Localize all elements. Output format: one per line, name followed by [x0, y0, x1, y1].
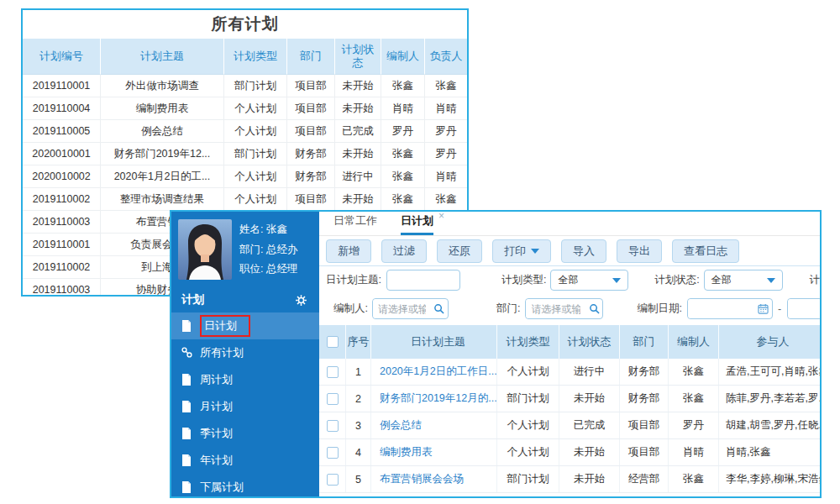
- checkbox-cell: [319, 466, 346, 492]
- column-header-dept: 部门: [620, 325, 669, 359]
- dept-filter-picker[interactable]: [525, 298, 603, 319]
- type-filter-select[interactable]: 全部: [550, 270, 628, 291]
- import-button[interactable]: 导入: [561, 239, 606, 263]
- cell-type: 个人计划: [224, 97, 287, 120]
- cell-status: 已完成: [335, 120, 381, 143]
- file-icon: [181, 428, 192, 439]
- sidebar-section-label: 计划: [181, 292, 204, 307]
- profile-title: 职位: 总经理: [239, 262, 297, 276]
- row-checkbox[interactable]: [327, 393, 339, 405]
- creator-filter-picker[interactable]: [372, 298, 449, 319]
- status-filter-select[interactable]: 全部: [704, 270, 783, 291]
- cell-subject: 外出做市场调查: [101, 75, 224, 97]
- tab-bar: 日常工作 日计划 ×: [319, 212, 820, 236]
- table-row: 2 财务部门2019年12月的... 部门计划 未开始 财务部 张鑫 陈菲,罗丹…: [319, 386, 820, 412]
- profile-dept: 部门: 总经办: [239, 243, 297, 257]
- creator-filter-input[interactable]: [373, 299, 431, 318]
- select-all-checkbox[interactable]: [327, 336, 339, 348]
- dept-filter-input[interactable]: [526, 299, 585, 318]
- reset-button[interactable]: 还原: [437, 239, 482, 263]
- sidebar-item-yearly-plan[interactable]: 年计划: [171, 447, 319, 474]
- cell-dept: 经营部: [620, 466, 669, 492]
- date-to-input[interactable]: [788, 299, 822, 318]
- profile-name: 姓名: 张鑫: [239, 223, 297, 237]
- column-header-status: 计划状态: [559, 325, 620, 359]
- subject-link[interactable]: 布置营销展会会场: [380, 472, 464, 486]
- cell-participants: 肖晴,张鑫: [719, 439, 820, 465]
- cell-status: 已完成: [559, 412, 620, 438]
- subject-filter-input[interactable]: [386, 270, 460, 291]
- add-button[interactable]: 新增: [326, 239, 371, 263]
- table-header-row: 序号 日计划主题 计划类型 计划状态 部门 编制人 参与人: [319, 325, 820, 359]
- select-all-cell: [319, 325, 346, 359]
- row-checkbox[interactable]: [327, 366, 339, 378]
- main-content: 日常工作 日计划 × 新增 过滤 还原 打印 导入 导出 查看日志: [319, 212, 820, 496]
- print-button[interactable]: 打印: [492, 239, 551, 263]
- column-header-dept: 部门: [287, 39, 335, 75]
- cell-creator: 肖晴: [381, 97, 425, 120]
- sidebar-item-label: 所有计划: [200, 345, 244, 360]
- column-header-subject: 日计划主题: [371, 325, 497, 359]
- search-icon[interactable]: [585, 303, 602, 314]
- tab-daily-work[interactable]: 日常工作: [333, 213, 377, 235]
- sidebar-item-label: 年计划: [200, 453, 233, 468]
- table-row: 1 2020年1月2日的工作日... 个人计划 进行中 财务部 张鑫 孟浩,王可…: [319, 359, 820, 386]
- cell-type: 个人计划: [497, 359, 559, 385]
- cell-type: 个人计划: [497, 412, 559, 438]
- date-from-input[interactable]: [688, 299, 755, 318]
- subject-link[interactable]: 例会总结: [380, 418, 422, 433]
- cell-type: 部门计划: [224, 143, 287, 165]
- sidebar-item-subordinate-plan[interactable]: 下属计划: [171, 474, 319, 498]
- subject-link[interactable]: 2020年1月2日的工作日...: [380, 365, 496, 379]
- sidebar-item-monthly-plan[interactable]: 月计划: [171, 393, 319, 420]
- all-plans-header-row: 计划编号 计划主题 计划类型 部门 计划状态 编制人 负责人: [23, 39, 467, 75]
- row-checkbox[interactable]: [327, 474, 339, 486]
- cell-status: 进行中: [559, 359, 620, 385]
- calendar-icon[interactable]: [755, 303, 772, 314]
- date-from-picker[interactable]: [687, 298, 773, 319]
- view-log-button[interactable]: 查看日志: [672, 239, 739, 263]
- toolbar: 新增 过滤 还原 打印 导入 导出 查看日志: [319, 236, 820, 266]
- table-row: 3 例会总结 个人计划 已完成 项目部 罗丹 胡建,胡雪,罗丹,任晓...: [319, 412, 820, 439]
- cell-type: 部门计划: [224, 75, 287, 97]
- cell-plan-no: 2019110001: [23, 234, 101, 256]
- sidebar-item-weekly-plan[interactable]: 周计划: [171, 366, 319, 393]
- date-to-picker[interactable]: [787, 298, 822, 319]
- cell-status: 未开始: [335, 97, 381, 120]
- export-button[interactable]: 导出: [617, 239, 662, 263]
- date-filter-label: 编制日期:: [637, 302, 681, 316]
- sidebar-item-quarterly-plan[interactable]: 季计划: [171, 420, 319, 447]
- subject-link[interactable]: 财务部门2019年12月的...: [380, 391, 496, 406]
- cell-subject: 财务部门2019年12...: [101, 143, 224, 165]
- cell-creator: 张鑫: [381, 165, 425, 188]
- link-icon: [181, 347, 192, 359]
- cell-participants: 胡建,胡雪,罗丹,任晓...: [719, 412, 820, 438]
- cell-status: 未开始: [335, 75, 381, 97]
- column-header-participants: 参与人: [719, 325, 820, 359]
- close-icon[interactable]: ×: [438, 210, 444, 222]
- search-icon[interactable]: [431, 303, 448, 314]
- table-row: 2019110001 外出做市场调查 部门计划 项目部 未开始 张鑫 张鑫: [23, 75, 467, 97]
- tab-daily-plan[interactable]: 日计划 ×: [401, 213, 433, 235]
- sidebar-item-all-plans[interactable]: 所有计划: [171, 339, 319, 366]
- cell-dept: 财务部: [287, 165, 335, 188]
- cell-creator: 张鑫: [669, 386, 719, 412]
- cell-dept: 项目部: [287, 120, 335, 143]
- sidebar-item-daily-plan[interactable]: 日计划: [171, 312, 319, 339]
- row-checkbox[interactable]: [327, 420, 339, 432]
- table-row: 5 布置营销展会会场 部门计划 未开始 经营部 张鑫 李华,李婷,柳琳,宋浩然: [319, 466, 820, 493]
- column-header-owner: 负责人: [425, 39, 467, 75]
- cell-status: 未开始: [559, 386, 620, 412]
- cell-creator: 罗丹: [381, 120, 425, 143]
- cell-dept: 项目部: [620, 412, 669, 438]
- subject-link[interactable]: 编制费用表: [380, 445, 433, 459]
- cell-owner: 罗丹: [425, 143, 467, 165]
- annotation-box: 日计划: [200, 315, 250, 337]
- file-icon: [181, 320, 192, 332]
- cell-creator: 肖晴: [669, 439, 719, 465]
- gear-icon[interactable]: [295, 294, 307, 307]
- filter-button[interactable]: 过滤: [381, 239, 427, 263]
- file-icon: [181, 481, 192, 493]
- cell-owner: 肖晴: [425, 165, 467, 188]
- row-checkbox[interactable]: [327, 447, 339, 459]
